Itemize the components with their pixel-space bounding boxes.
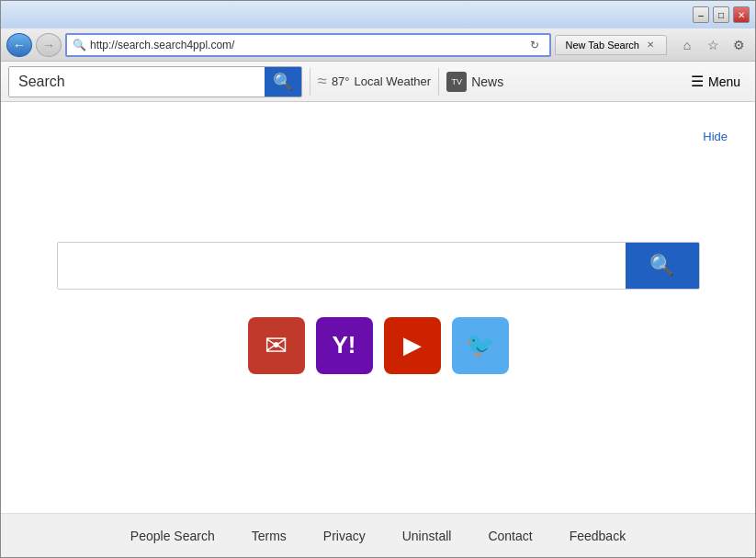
tab-label: New Tab Search [565,40,639,51]
footer: People Search Terms Privacy Uninstall Co… [1,513,755,557]
minimize-button[interactable]: – [693,6,709,23]
home-button[interactable]: ⌂ [676,34,698,56]
browser-window: – □ ✕ ← → 🔍 ↻ New Tab Search ✕ ⌂ ☆ ⚙ [0,0,756,558]
footer-link-privacy[interactable]: Privacy [323,529,366,543]
social-icons: ✉ Y! ▶ 🐦 [248,317,509,374]
search-icon: 🔍 [273,72,293,92]
weather-widget[interactable]: ≈ 87° Local Weather [318,72,431,91]
center-search-button[interactable]: 🔍 [626,243,699,289]
youtube-icon[interactable]: ▶ [384,317,441,374]
forward-button[interactable]: → [36,33,62,57]
weather-temp: 87° [332,74,350,88]
browser-utils: ⌂ ☆ ⚙ [676,34,750,56]
navigation-bar: ← → 🔍 ↻ New Tab Search ✕ ⌂ ☆ ⚙ [1,28,755,62]
center-search-box[interactable]: 🔍 [57,242,700,290]
toolbar-separator [310,68,310,96]
main-content: Hide 🔍 ✉ Y! ▶ 🐦 [1,102,755,513]
news-link[interactable]: TV News [446,72,503,92]
tab-new-tab-search[interactable]: New Tab Search ✕ [555,35,667,55]
menu-icon: ☰ [691,73,704,90]
window-controls: – □ ✕ [693,6,750,23]
menu-button[interactable]: ☰ Menu [683,69,748,94]
twitter-icon[interactable]: 🐦 [452,317,509,374]
weather-label: Local Weather [355,74,432,88]
address-actions: ↻ [525,36,544,54]
news-label: News [471,74,503,89]
title-bar: – □ ✕ [1,1,755,28]
toolbar-search-button[interactable]: 🔍 [265,67,301,97]
footer-link-feedback[interactable]: Feedback [570,529,626,543]
mail-icon[interactable]: ✉ [248,317,305,374]
close-button[interactable]: ✕ [733,6,750,23]
footer-link-uninstall[interactable]: Uninstall [402,529,452,543]
settings-button[interactable]: ⚙ [728,34,750,56]
refresh-button[interactable]: ↻ [525,36,544,54]
address-search-icon: 🔍 [73,39,86,51]
center-search-area: 🔍 ✉ Y! ▶ 🐦 [57,242,700,374]
address-input[interactable] [90,39,522,51]
news-icon: TV [446,72,467,92]
toolbar-separator-2 [438,68,439,96]
address-bar[interactable]: 🔍 ↻ [65,33,551,57]
center-search-icon: 🔍 [649,254,674,278]
menu-label: Menu [708,74,740,89]
yahoo-icon[interactable]: Y! [316,317,373,374]
center-search-input[interactable] [58,243,626,289]
toolbar-search-input[interactable] [9,67,265,97]
favorites-button[interactable]: ☆ [702,34,724,56]
footer-link-contact[interactable]: Contact [488,529,532,543]
maximize-button[interactable]: □ [713,6,729,23]
toolbar: 🔍 ≈ 87° Local Weather TV News ☰ Menu [1,62,755,102]
back-button[interactable]: ← [6,33,32,57]
toolbar-search-box[interactable]: 🔍 [8,66,302,97]
footer-link-people-search[interactable]: People Search [130,529,215,543]
footer-link-terms[interactable]: Terms [252,529,287,543]
hide-link[interactable]: Hide [703,130,728,143]
weather-icon: ≈ [318,72,327,91]
tab-close-button[interactable]: ✕ [644,39,657,51]
